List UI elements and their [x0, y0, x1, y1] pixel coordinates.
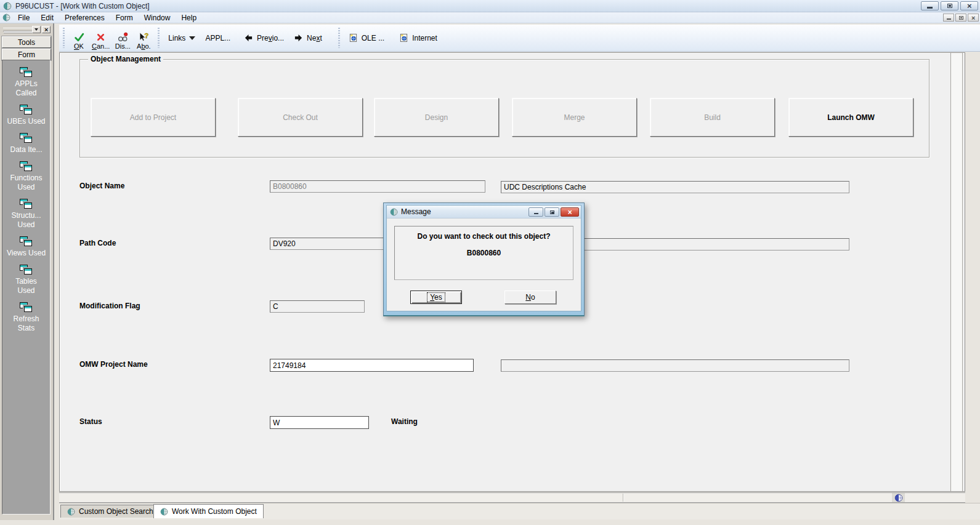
status-input[interactable]	[270, 416, 369, 429]
no-button[interactable]: No	[504, 291, 556, 304]
sidebar-item-appls-called[interactable]: APPLs Called	[2, 67, 50, 98]
sidebar-item-label: Structu... Used	[6, 211, 46, 230]
modification-flag-label: Modification Flag	[79, 302, 140, 310]
sidebar-tab-tools[interactable]: Tools	[2, 36, 51, 48]
sidebar-item-label: Tables Used	[6, 277, 46, 295]
sidebar-item-ubes-used[interactable]: UBEs Used	[2, 105, 50, 126]
appl-label: APPL...	[205, 34, 230, 42]
dialog-message-text: Do you want to check out this object?	[395, 232, 573, 241]
add-to-project-button: Add to Project	[91, 98, 216, 137]
previous-button[interactable]: Previo...	[239, 25, 289, 51]
cancel-button[interactable]: Can...	[89, 26, 112, 50]
sidebar-item-views-used[interactable]: Views Used	[2, 236, 50, 258]
forms-icon	[20, 265, 33, 276]
internet-button[interactable]: Internet	[394, 25, 442, 51]
sidebar-gripper[interactable]	[3, 28, 35, 31]
restore-button[interactable]	[941, 1, 958, 10]
menu-window[interactable]: Window	[139, 13, 176, 23]
yes-button[interactable]: Yes	[410, 291, 462, 304]
object-name-description-field: UDC Descriptions Cache	[501, 181, 849, 193]
ok-label: OK	[74, 42, 84, 50]
dialog-close-button[interactable]	[561, 207, 579, 217]
sidebar-item-refresh-stats[interactable]: Refresh Stats	[2, 302, 50, 333]
menu-bar: File Edit Preferences Form Window Help	[0, 12, 980, 23]
status-bar-divider	[623, 494, 623, 502]
tab-work-with-custom-object[interactable]: Work With Custom Object	[153, 504, 264, 518]
close-button[interactable]	[960, 1, 978, 10]
next-button[interactable]: Next	[289, 25, 327, 51]
ole-doc-icon	[349, 33, 358, 42]
menu-edit[interactable]: Edit	[35, 13, 59, 23]
sidebar-item-tables-used[interactable]: Tables Used	[2, 265, 50, 295]
form-globe-icon	[160, 508, 168, 516]
appl-button[interactable]: APPL...	[200, 25, 235, 51]
sidebar-item-data-items[interactable]: Data Ite...	[2, 133, 50, 154]
mdi-minimize-button[interactable]	[943, 14, 954, 22]
object-name-field: B0800860	[270, 180, 485, 193]
menu-preferences[interactable]: Preferences	[59, 13, 110, 23]
sidebar-close-button[interactable]	[42, 26, 51, 33]
links-dropdown[interactable]: Links	[163, 25, 200, 51]
menu-help[interactable]: Help	[176, 13, 202, 23]
toolbar-gripper[interactable]	[63, 28, 65, 48]
dialog-restore-button[interactable]	[545, 207, 559, 217]
sidebar-item-label: Views Used	[7, 249, 46, 258]
dialog-message-panel: Do you want to check out this object? B0…	[394, 226, 573, 280]
window-caption-buttons	[921, 1, 978, 10]
next-label: Next	[307, 34, 322, 42]
path-code-label: Path Code	[79, 239, 116, 247]
dialog-caption-buttons	[528, 207, 579, 217]
sidebar-panel: APPLs Called UBEs Used Data Ite... Funct…	[2, 60, 51, 515]
sidebar-item-label: APPLs Called	[6, 79, 46, 98]
groupbox-title: Object Management	[88, 55, 163, 63]
dialog-globe-icon	[390, 208, 398, 216]
menu-form[interactable]: Form	[110, 13, 139, 23]
modification-flag-field: C	[270, 300, 365, 313]
sidebar-tab-form[interactable]: Form	[2, 49, 51, 60]
object-name-label: Object Name	[79, 182, 124, 190]
form-globe-icon	[67, 508, 75, 516]
dialog-minimize-button[interactable]	[528, 207, 543, 217]
application-window: P96UCUST - [Work With Custom Object] Fil…	[0, 0, 980, 525]
internet-label: Internet	[412, 34, 437, 42]
build-button: Build	[650, 98, 775, 137]
window-titlebar: P96UCUST - [Work With Custom Object]	[0, 0, 980, 12]
help-cursor-icon	[139, 32, 149, 42]
mdi-child-icon	[2, 14, 10, 22]
forms-icon	[20, 236, 33, 247]
toolbar-gripper[interactable]	[158, 28, 160, 48]
tab-custom-object-search[interactable]: Custom Object Search	[60, 505, 160, 518]
sidebar-header	[2, 25, 51, 34]
message-dialog: Message Do you want to check out this ob…	[383, 202, 585, 316]
about-label: Abo.	[137, 42, 151, 50]
sidebar-item-structures-used[interactable]: Structu... Used	[2, 199, 50, 230]
launch-omw-button[interactable]: Launch OMW	[788, 98, 913, 137]
sidebar-item-label: Data Ite...	[10, 145, 42, 154]
minimize-button[interactable]	[921, 1, 939, 10]
mdi-close-button[interactable]	[968, 14, 979, 22]
forms-icon	[20, 161, 33, 172]
omw-project-description-field	[501, 359, 849, 372]
sidebar-dropdown-button[interactable]	[32, 26, 41, 33]
mdi-caption-buttons	[943, 14, 979, 22]
arrow-left-icon	[244, 33, 253, 42]
toolbar-gripper[interactable]	[338, 28, 340, 48]
previous-label: Previo...	[257, 34, 284, 42]
forms-icon	[20, 199, 33, 210]
display-label: Dis...	[115, 42, 131, 50]
forms-icon	[20, 67, 33, 78]
menu-file[interactable]: File	[12, 13, 35, 23]
display-button[interactable]: Dis...	[112, 26, 133, 50]
sidebar-item-functions-used[interactable]: Functions Used	[2, 161, 50, 192]
check-out-button: Check Out	[238, 98, 363, 137]
check-icon	[74, 32, 84, 42]
omw-project-name-input[interactable]	[270, 359, 474, 372]
mdi-restore-button[interactable]	[955, 14, 966, 22]
about-button[interactable]: Abo.	[133, 26, 154, 50]
forms-icon	[20, 302, 33, 313]
ole-button[interactable]: OLE ...	[344, 25, 389, 51]
ok-button[interactable]: OK	[68, 26, 89, 50]
cancel-label: Can...	[92, 42, 110, 50]
sidebar-item-label: Refresh Stats	[6, 315, 46, 333]
omw-project-name-label: OMW Project Name	[79, 360, 148, 369]
